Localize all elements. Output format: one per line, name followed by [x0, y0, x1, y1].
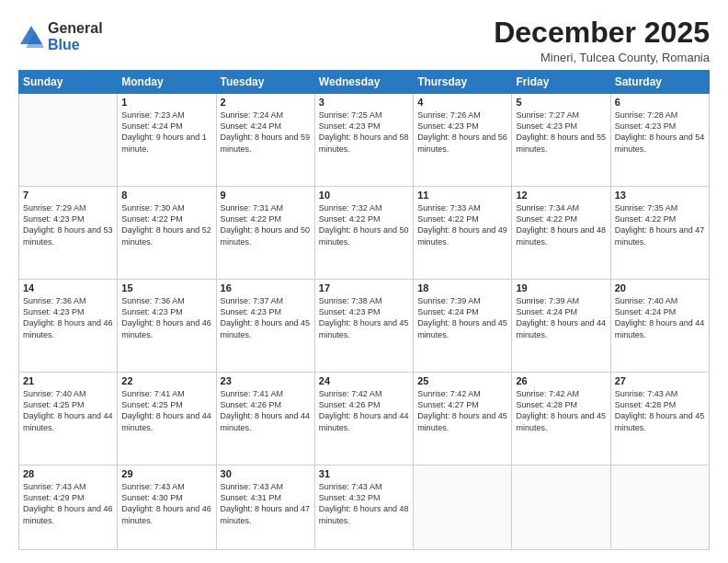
- day-number: 25: [417, 375, 507, 386]
- day-number: 6: [615, 97, 705, 108]
- cell-daylight-info: Sunrise: 7:43 AM Sunset: 4:29 PM Dayligh…: [23, 481, 113, 526]
- logo-blue: Blue: [48, 37, 103, 53]
- day-number: 4: [417, 97, 507, 108]
- calendar-cell: 4Sunrise: 7:26 AM Sunset: 4:23 PM Daylig…: [414, 94, 512, 187]
- calendar-cell: 25Sunrise: 7:42 AM Sunset: 4:27 PM Dayli…: [414, 373, 512, 465]
- day-number: 13: [615, 190, 705, 201]
- cell-daylight-info: Sunrise: 7:39 AM Sunset: 4:24 PM Dayligh…: [516, 295, 606, 340]
- logo-text: General Blue: [48, 20, 103, 52]
- cell-daylight-info: Sunrise: 7:40 AM Sunset: 4:24 PM Dayligh…: [615, 295, 705, 340]
- day-number: 21: [23, 375, 113, 386]
- day-number: 10: [319, 190, 409, 201]
- weekday-header-wednesday: Wednesday: [314, 71, 413, 94]
- weekday-header-monday: Monday: [118, 71, 216, 94]
- calendar-cell: [512, 465, 610, 550]
- cell-daylight-info: Sunrise: 7:31 AM Sunset: 4:22 PM Dayligh…: [221, 202, 311, 247]
- calendar-cell: 30Sunrise: 7:43 AM Sunset: 4:31 PM Dayli…: [216, 465, 314, 550]
- cell-daylight-info: Sunrise: 7:27 AM Sunset: 4:23 PM Dayligh…: [516, 109, 606, 155]
- day-number: 28: [23, 468, 113, 479]
- page: General Blue December 2025 Mineri, Tulce…: [0, 0, 728, 563]
- calendar-cell: 19Sunrise: 7:39 AM Sunset: 4:24 PM Dayli…: [512, 280, 610, 373]
- cell-daylight-info: Sunrise: 7:41 AM Sunset: 4:25 PM Dayligh…: [121, 388, 211, 433]
- calendar-cell: 21Sunrise: 7:40 AM Sunset: 4:25 PM Dayli…: [19, 373, 118, 465]
- calendar-cell: 14Sunrise: 7:36 AM Sunset: 4:23 PM Dayli…: [19, 280, 118, 373]
- calendar-cell: 17Sunrise: 7:38 AM Sunset: 4:23 PM Dayli…: [314, 280, 413, 373]
- calendar-cell: 5Sunrise: 7:27 AM Sunset: 4:23 PM Daylig…: [512, 94, 610, 187]
- weekday-header-row: SundayMondayTuesdayWednesdayThursdayFrid…: [19, 71, 710, 94]
- day-number: 31: [319, 468, 409, 479]
- day-number: 23: [221, 375, 311, 386]
- day-number: 20: [615, 282, 705, 293]
- day-number: 9: [221, 190, 311, 201]
- calendar-header: SundayMondayTuesdayWednesdayThursdayFrid…: [19, 71, 710, 94]
- day-number: 11: [417, 190, 507, 201]
- calendar-cell: 18Sunrise: 7:39 AM Sunset: 4:24 PM Dayli…: [414, 280, 512, 373]
- cell-daylight-info: Sunrise: 7:24 AM Sunset: 4:24 PM Dayligh…: [221, 109, 311, 155]
- cell-daylight-info: Sunrise: 7:30 AM Sunset: 4:22 PM Dayligh…: [121, 202, 211, 247]
- calendar-cell: 2Sunrise: 7:24 AM Sunset: 4:24 PM Daylig…: [216, 94, 314, 187]
- calendar-week-row: 14Sunrise: 7:36 AM Sunset: 4:23 PM Dayli…: [19, 280, 710, 373]
- calendar-cell: 28Sunrise: 7:43 AM Sunset: 4:29 PM Dayli…: [19, 465, 118, 550]
- day-number: 5: [516, 97, 606, 108]
- logo-icon: [18, 24, 44, 50]
- calendar-cell: 11Sunrise: 7:33 AM Sunset: 4:22 PM Dayli…: [414, 187, 512, 280]
- cell-daylight-info: Sunrise: 7:36 AM Sunset: 4:23 PM Dayligh…: [23, 295, 113, 340]
- cell-daylight-info: Sunrise: 7:32 AM Sunset: 4:22 PM Dayligh…: [319, 202, 409, 247]
- cell-daylight-info: Sunrise: 7:23 AM Sunset: 4:24 PM Dayligh…: [121, 109, 211, 155]
- cell-daylight-info: Sunrise: 7:41 AM Sunset: 4:26 PM Dayligh…: [221, 388, 311, 433]
- day-number: 22: [121, 375, 211, 386]
- day-number: 18: [417, 282, 507, 293]
- cell-daylight-info: Sunrise: 7:43 AM Sunset: 4:32 PM Dayligh…: [319, 481, 409, 526]
- logo: General Blue: [18, 20, 103, 52]
- day-number: 3: [319, 97, 409, 108]
- cell-daylight-info: Sunrise: 7:29 AM Sunset: 4:23 PM Dayligh…: [23, 202, 113, 247]
- calendar-table: SundayMondayTuesdayWednesdayThursdayFrid…: [18, 70, 710, 550]
- day-number: 8: [121, 190, 211, 201]
- cell-daylight-info: Sunrise: 7:25 AM Sunset: 4:23 PM Dayligh…: [319, 109, 409, 155]
- title-area: December 2025 Mineri, Tulcea County, Rom…: [494, 17, 710, 64]
- logo-general: General: [48, 20, 103, 37]
- cell-daylight-info: Sunrise: 7:43 AM Sunset: 4:31 PM Dayligh…: [221, 481, 311, 526]
- calendar-cell: 15Sunrise: 7:36 AM Sunset: 4:23 PM Dayli…: [118, 280, 216, 373]
- cell-daylight-info: Sunrise: 7:26 AM Sunset: 4:23 PM Dayligh…: [417, 109, 507, 155]
- weekday-header-tuesday: Tuesday: [216, 71, 314, 94]
- cell-daylight-info: Sunrise: 7:43 AM Sunset: 4:30 PM Dayligh…: [121, 481, 211, 526]
- calendar-cell: 12Sunrise: 7:34 AM Sunset: 4:22 PM Dayli…: [512, 187, 610, 280]
- weekday-header-thursday: Thursday: [414, 71, 512, 94]
- calendar-cell: 31Sunrise: 7:43 AM Sunset: 4:32 PM Dayli…: [314, 465, 413, 550]
- calendar-cell: 13Sunrise: 7:35 AM Sunset: 4:22 PM Dayli…: [610, 187, 709, 280]
- cell-daylight-info: Sunrise: 7:38 AM Sunset: 4:23 PM Dayligh…: [319, 295, 409, 340]
- day-number: 14: [23, 282, 113, 293]
- calendar-cell: 23Sunrise: 7:41 AM Sunset: 4:26 PM Dayli…: [216, 373, 314, 465]
- day-number: 15: [121, 282, 211, 293]
- cell-daylight-info: Sunrise: 7:42 AM Sunset: 4:28 PM Dayligh…: [516, 388, 606, 433]
- day-number: 24: [319, 375, 409, 386]
- header: General Blue December 2025 Mineri, Tulce…: [18, 17, 710, 64]
- calendar-cell: [414, 465, 512, 550]
- calendar-cell: [19, 94, 118, 187]
- calendar-cell: 1Sunrise: 7:23 AM Sunset: 4:24 PM Daylig…: [118, 94, 216, 187]
- day-number: 12: [516, 190, 606, 201]
- calendar-week-row: 1Sunrise: 7:23 AM Sunset: 4:24 PM Daylig…: [19, 94, 710, 187]
- calendar-cell: 6Sunrise: 7:28 AM Sunset: 4:23 PM Daylig…: [610, 94, 709, 187]
- calendar-week-row: 21Sunrise: 7:40 AM Sunset: 4:25 PM Dayli…: [19, 373, 710, 465]
- calendar-cell: 16Sunrise: 7:37 AM Sunset: 4:23 PM Dayli…: [216, 280, 314, 373]
- day-number: 19: [516, 282, 606, 293]
- calendar-cell: 27Sunrise: 7:43 AM Sunset: 4:28 PM Dayli…: [610, 373, 709, 465]
- day-number: 30: [221, 468, 311, 479]
- weekday-header-friday: Friday: [512, 71, 610, 94]
- calendar-body: 1Sunrise: 7:23 AM Sunset: 4:24 PM Daylig…: [19, 94, 710, 550]
- weekday-header-sunday: Sunday: [19, 71, 118, 94]
- day-number: 26: [516, 375, 606, 386]
- calendar-cell: [610, 465, 709, 550]
- calendar-week-row: 7Sunrise: 7:29 AM Sunset: 4:23 PM Daylig…: [19, 187, 710, 280]
- calendar-cell: 3Sunrise: 7:25 AM Sunset: 4:23 PM Daylig…: [314, 94, 413, 187]
- cell-daylight-info: Sunrise: 7:33 AM Sunset: 4:22 PM Dayligh…: [417, 202, 507, 247]
- day-number: 2: [221, 97, 311, 108]
- cell-daylight-info: Sunrise: 7:42 AM Sunset: 4:26 PM Dayligh…: [319, 388, 409, 433]
- calendar-cell: 9Sunrise: 7:31 AM Sunset: 4:22 PM Daylig…: [216, 187, 314, 280]
- calendar-cell: 22Sunrise: 7:41 AM Sunset: 4:25 PM Dayli…: [118, 373, 216, 465]
- cell-daylight-info: Sunrise: 7:42 AM Sunset: 4:27 PM Dayligh…: [417, 388, 507, 433]
- day-number: 7: [23, 190, 113, 201]
- cell-daylight-info: Sunrise: 7:43 AM Sunset: 4:28 PM Dayligh…: [615, 388, 705, 433]
